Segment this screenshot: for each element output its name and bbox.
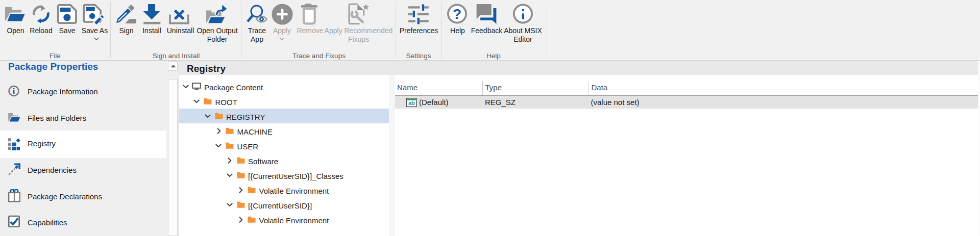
svg-text:?: ? bbox=[453, 6, 461, 22]
svg-text:ab: ab bbox=[408, 99, 414, 106]
